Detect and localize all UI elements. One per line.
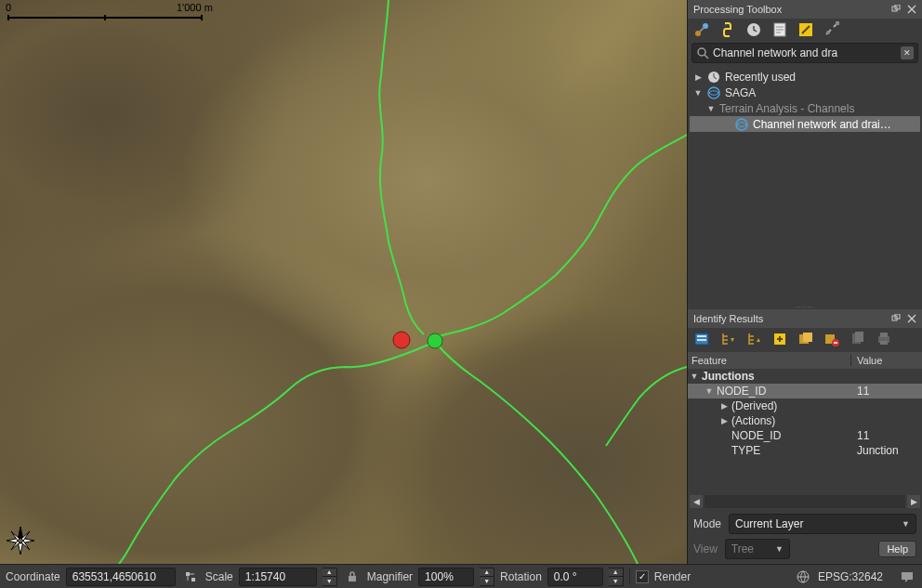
collapse-icon[interactable]: ▼ [705,386,714,396]
open-form-icon[interactable] [797,331,814,347]
tree-label: Terrain Analysis - Channels [719,102,854,115]
identify-layer-row[interactable]: ▼Junctions [688,369,922,384]
identify-mode-select[interactable]: Current Layer ▼ [729,514,916,534]
svg-marker-27 [731,338,734,342]
up-icon: ▲ [609,568,623,577]
svg-rect-35 [855,332,863,342]
tree-item-saga[interactable]: ▼ SAGA [690,85,920,100]
toolbox-search: ✕ [692,43,918,63]
coord-input[interactable] [72,570,169,583]
magnifier-label: Magnifier [367,570,413,583]
render-checkbox[interactable]: ✓ [636,570,649,583]
print-icon [876,331,892,347]
identify-derived-row[interactable]: ▶(Derived) [688,399,922,413]
chevron-down-icon: ▼ [902,519,910,529]
svg-rect-39 [349,576,356,581]
crs-icon[interactable] [794,568,812,586]
tree-item-algorithm[interactable]: ▼ Channel network and drai… [690,116,920,132]
python-console-icon[interactable] [719,21,736,38]
down-icon: ▼ [323,577,336,585]
results-icon[interactable] [771,21,788,38]
coord-field[interactable] [66,568,176,586]
panel-title: Identify Results [693,313,763,324]
edit-in-place-icon[interactable] [797,21,814,38]
svg-point-18 [698,48,705,56]
scale-field[interactable] [239,568,317,586]
history-icon[interactable] [745,21,762,38]
col-feature[interactable]: Feature [688,355,851,366]
collapse-icon[interactable]: ▼ [706,104,716,113]
identify-feature-marker [393,332,410,348]
collapse-icon[interactable]: ▼ [693,88,703,98]
scroll-right-icon[interactable]: ▶ [907,495,920,508]
map-canvas[interactable]: 0 1'000 m [0,0,687,564]
clear-search-icon[interactable]: ✕ [901,46,914,59]
svg-rect-25 [697,335,706,337]
svg-rect-16 [836,21,839,25]
saga-icon [706,85,721,100]
svg-rect-38 [880,341,888,345]
north-arrow [5,525,36,556]
search-icon [696,46,709,59]
up-icon: ▲ [323,568,336,577]
undock-icon[interactable] [889,312,902,325]
identify-hscroll[interactable]: ◀ ▶ [688,493,922,509]
status-bar: Coordinate Scale ▲▼ Magnifier ▲▼ Rotatio… [0,564,922,588]
identify-feature-row[interactable]: ▼NODE_ID 11 [688,384,922,399]
panel-title: Processing Toolbox [693,4,782,15]
rotation-input[interactable] [554,570,597,583]
options-icon[interactable] [823,21,840,38]
down-icon: ▼ [609,577,623,585]
close-icon[interactable] [905,312,918,325]
view-label: View [693,542,718,555]
magnifier-field[interactable] [418,568,474,586]
mode-label: Mode [693,517,721,530]
rotation-spin[interactable]: ▲▼ [609,568,624,586]
junction-node-selected[interactable] [428,333,442,348]
rotation-field[interactable] [547,568,603,586]
col-value[interactable]: Value [851,355,922,366]
close-icon[interactable] [905,3,918,16]
lock-scale-icon[interactable] [343,568,362,586]
toolbox-search-input[interactable] [709,46,901,59]
clear-results-icon[interactable] [823,331,840,347]
identify-actions-row[interactable]: ▶(Actions) [688,413,922,428]
toolbox-tree[interactable]: ▶ Recently used ▼ SAGA ▼ Terrain Analysi… [688,67,922,304]
expand-icon[interactable]: ▶ [719,401,729,411]
scale-start: 0 [6,2,11,13]
collapse-tree-icon[interactable] [745,331,762,347]
saga-icon [734,117,749,132]
scale-end: 1'000 m [177,2,213,13]
down-icon: ▼ [480,577,494,585]
messages-icon[interactable] [898,568,916,586]
view-form-icon[interactable] [693,331,710,347]
identify-attr-row[interactable]: ▶NODE_ID 11 [688,428,922,443]
svg-point-12 [725,24,727,26]
help-button[interactable]: Help [878,541,916,557]
up-icon: ▲ [480,568,494,577]
channel-network-overlay [0,0,687,564]
magnifier-input[interactable] [425,570,468,583]
expand-tree-icon[interactable] [719,331,736,347]
right-dock: Processing Toolbox ✕ ▶ [687,0,922,564]
svg-rect-31 [803,333,812,342]
undock-icon[interactable] [889,3,902,16]
tree-label: SAGA [725,86,756,99]
expand-new-results-icon[interactable] [771,331,788,347]
model-designer-icon[interactable] [693,21,710,38]
toggle-extents-icon[interactable] [181,568,200,586]
expand-icon[interactable]: ▶ [693,72,703,82]
tree-item-group[interactable]: ▼ Terrain Analysis - Channels [690,100,920,116]
identify-attr-row[interactable]: ▶TYPE Junction [688,443,922,458]
chevron-down-icon: ▼ [775,544,784,554]
crs-button[interactable]: EPSG:32642 [818,570,883,583]
scale-spin[interactable]: ▲▼ [323,568,337,586]
processing-toolbox-panel: Processing Toolbox ✕ ▶ [688,0,922,304]
scale-input[interactable] [245,570,310,583]
collapse-icon[interactable]: ▼ [690,372,699,381]
magnifier-spin[interactable]: ▲▼ [480,568,494,586]
tree-item-recent[interactable]: ▶ Recently used [690,69,920,85]
coord-label: Coordinate [6,570,60,583]
expand-icon[interactable]: ▶ [719,416,729,425]
scroll-left-icon[interactable]: ◀ [690,495,703,508]
